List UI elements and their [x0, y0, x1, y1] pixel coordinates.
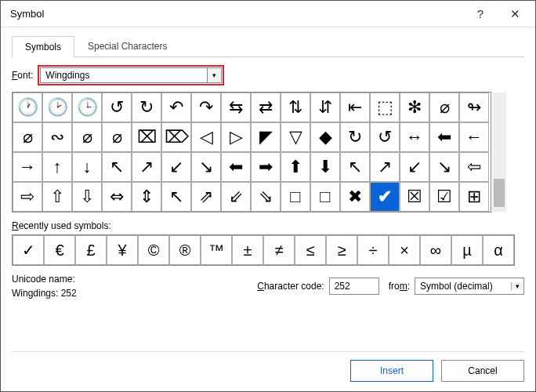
insert-button[interactable]: Insert — [350, 360, 433, 382]
symbol-cell[interactable]: ✻ — [400, 93, 429, 122]
symbol-cell[interactable]: ⇧ — [42, 182, 72, 212]
tab-symbols[interactable]: Symbols — [12, 36, 74, 57]
symbol-cell[interactable]: ➡ — [251, 152, 281, 182]
recent-symbol-cell[interactable]: ™ — [201, 235, 232, 265]
recent-symbol-cell[interactable]: ≠ — [263, 235, 295, 265]
symbol-cell[interactable]: ⬇ — [310, 152, 340, 182]
symbol-cell[interactable]: ⌀ — [13, 122, 42, 152]
symbol-cell[interactable]: □ — [310, 182, 340, 212]
symbol-cell[interactable]: ☒ — [400, 182, 429, 212]
recent-symbol-cell[interactable]: ≥ — [326, 235, 357, 265]
symbol-cell[interactable]: ⇙ — [221, 182, 251, 212]
symbol-cell[interactable]: ⇤ — [340, 93, 370, 122]
symbol-cell[interactable]: ⬅ — [429, 122, 459, 152]
symbol-cell[interactable]: ⊞ — [459, 182, 489, 212]
symbol-cell[interactable]: ⇦ — [459, 152, 489, 182]
close-button[interactable]: ✕ — [498, 2, 532, 26]
symbol-cell[interactable]: ↖ — [340, 152, 370, 182]
symbol-cell[interactable]: ▷ — [221, 122, 251, 152]
symbol-cell[interactable]: ⬚ — [370, 93, 400, 122]
recent-symbol-cell[interactable]: ✓ — [13, 235, 44, 265]
symbol-cell[interactable]: ▽ — [281, 122, 310, 152]
symbol-cell[interactable]: 🕒 — [72, 93, 102, 122]
help-button[interactable]: ? — [463, 2, 498, 26]
symbol-cell[interactable]: ↗ — [370, 152, 400, 182]
symbol-grid-wrap: 🕐🕑🕒↺↻↶↷⇆⇄⇅⇵⇤⬚✻⌀↬⌀∾⌀⌀⌧⌦◁▷◤▽◆↻↺↔⬅←→↑↓↖↗↙↘⬅… — [12, 92, 491, 212]
symbol-cell[interactable]: ⬅ — [221, 152, 251, 182]
from-dropdown[interactable]: Symbol (decimal) ▾ — [415, 278, 524, 295]
symbol-cell[interactable]: ↶ — [161, 93, 191, 122]
character-code-label: Character code: — [257, 281, 324, 292]
tab-special-characters[interactable]: Special Characters — [74, 35, 180, 56]
symbol-cell[interactable]: ⌀ — [72, 122, 102, 152]
symbol-cell[interactable]: ↘ — [191, 152, 221, 182]
symbol-cell[interactable]: ◁ — [191, 122, 221, 152]
symbol-cell[interactable]: → — [13, 152, 42, 182]
symbol-cell[interactable]: ↖ — [102, 152, 132, 182]
symbol-cell[interactable]: ⌀ — [102, 122, 132, 152]
scrollbar-thumb[interactable] — [494, 179, 505, 207]
symbol-cell[interactable]: ↑ — [42, 152, 72, 182]
symbol-cell[interactable]: ⇗ — [191, 182, 221, 212]
symbol-cell[interactable]: 🕑 — [42, 93, 72, 122]
symbol-cell[interactable]: ↔ — [400, 122, 429, 152]
symbol-cell[interactable]: ⌀ — [429, 93, 459, 122]
font-dropdown-button[interactable]: ▾ — [208, 67, 222, 83]
symbol-cell[interactable]: ⇕ — [132, 182, 161, 212]
symbol-cell[interactable]: ↓ — [72, 152, 102, 182]
symbol-cell[interactable]: ⇆ — [221, 93, 251, 122]
recent-symbol-cell[interactable]: ® — [169, 235, 201, 265]
symbol-cell[interactable]: ↙ — [400, 152, 429, 182]
recent-symbol-cell[interactable]: α — [483, 235, 514, 265]
symbol-cell[interactable]: ⇘ — [251, 182, 281, 212]
symbol-cell[interactable]: ↘ — [429, 152, 459, 182]
symbol-cell[interactable]: ↙ — [161, 152, 191, 182]
symbol-dialog: Symbol ? ✕ Symbols Special Characters Fo… — [0, 0, 536, 392]
symbol-cell[interactable]: ↗ — [132, 152, 161, 182]
grid-scrollbar[interactable] — [492, 93, 506, 212]
symbol-cell[interactable]: □ — [281, 182, 310, 212]
character-code-group: Character code: — [257, 278, 378, 295]
symbol-cell[interactable]: ⌦ — [161, 122, 191, 152]
symbol-cell[interactable]: ◤ — [251, 122, 281, 152]
symbol-cell[interactable]: ⇔ — [102, 182, 132, 212]
recent-symbol-cell[interactable]: £ — [75, 235, 107, 265]
recent-symbol-cell[interactable]: € — [44, 235, 75, 265]
symbol-cell[interactable]: ∾ — [42, 122, 72, 152]
recent-symbol-cell[interactable]: × — [389, 235, 420, 265]
symbol-cell[interactable]: ⇅ — [281, 93, 310, 122]
recent-symbol-cell[interactable]: ≤ — [295, 235, 326, 265]
symbol-cell[interactable]: ← — [459, 122, 489, 152]
symbol-cell[interactable]: ⌧ — [132, 122, 161, 152]
symbol-cell[interactable]: ↻ — [340, 122, 370, 152]
symbol-grid[interactable]: 🕐🕑🕒↺↻↶↷⇆⇄⇅⇵⇤⬚✻⌀↬⌀∾⌀⌀⌧⌦◁▷◤▽◆↻↺↔⬅←→↑↓↖↗↙↘⬅… — [13, 93, 491, 212]
recent-symbol-cell[interactable]: ± — [232, 235, 263, 265]
from-dropdown-button[interactable]: ▾ — [511, 282, 523, 290]
symbol-cell[interactable]: ↖ — [161, 182, 191, 212]
symbol-cell[interactable]: ⇄ — [251, 93, 281, 122]
recent-symbol-cell[interactable]: ÷ — [357, 235, 389, 265]
recent-symbol-cell[interactable]: µ — [451, 235, 483, 265]
symbol-cell[interactable]: 🕐 — [13, 93, 42, 122]
cancel-button[interactable]: Cancel — [441, 360, 524, 382]
symbol-cell[interactable]: ⬆ — [281, 152, 310, 182]
symbol-cell[interactable]: ⇵ — [310, 93, 340, 122]
font-dropdown-highlight: Wingdings ▾ — [38, 65, 224, 85]
symbol-cell[interactable]: ✔ — [370, 182, 400, 212]
symbol-cell[interactable]: ↷ — [191, 93, 221, 122]
font-dropdown[interactable]: Wingdings — [40, 67, 208, 83]
content: Symbols Special Characters Font: Wingdin… — [1, 27, 535, 391]
recent-symbol-cell[interactable]: ¥ — [107, 235, 138, 265]
recent-symbol-cell[interactable]: © — [138, 235, 169, 265]
symbol-cell[interactable]: ⇩ — [72, 182, 102, 212]
symbol-cell[interactable]: ↺ — [102, 93, 132, 122]
symbol-cell[interactable]: ⇨ — [13, 182, 42, 212]
recent-symbol-cell[interactable]: ∞ — [420, 235, 451, 265]
character-code-input[interactable] — [329, 278, 379, 295]
symbol-cell[interactable]: ✖ — [340, 182, 370, 212]
symbol-cell[interactable]: ↻ — [132, 93, 161, 122]
symbol-cell[interactable]: ◆ — [310, 122, 340, 152]
symbol-cell[interactable]: ↬ — [459, 93, 489, 122]
symbol-cell[interactable]: ☑ — [429, 182, 459, 212]
symbol-cell[interactable]: ↺ — [370, 122, 400, 152]
